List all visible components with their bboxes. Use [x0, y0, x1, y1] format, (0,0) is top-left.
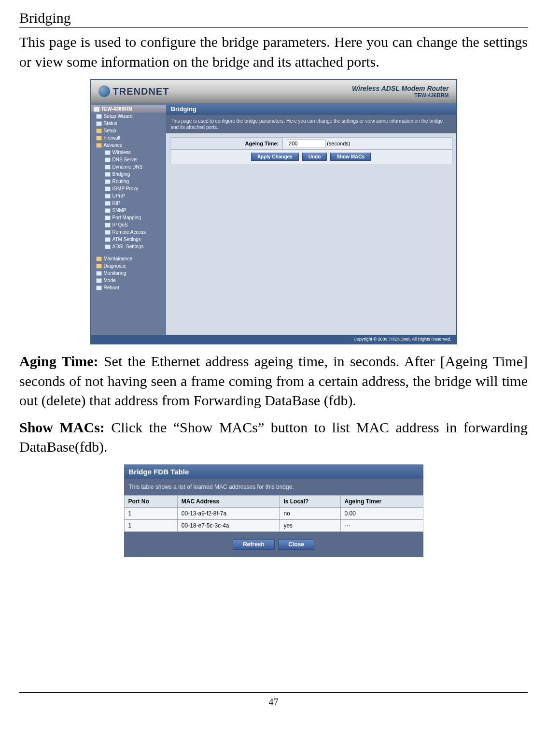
nav-label: Setup Wizard — [104, 114, 133, 119]
nav-maintainance[interactable]: Maintainance — [91, 255, 166, 262]
nav-wireless[interactable]: Wireless — [91, 149, 166, 156]
fdb-table: Port No MAC Address Is Local? Ageing Tim… — [124, 495, 423, 532]
page-icon — [96, 121, 102, 126]
nav-label: Monitoring — [104, 271, 126, 276]
nav-dynamic-dns[interactable]: Dynamic DNS — [91, 163, 166, 171]
nav-label: Maintainance — [104, 256, 132, 261]
nav-label: Wireless — [112, 150, 131, 155]
apply-changes-button[interactable]: Apply Changes — [251, 153, 299, 161]
nav-atm-settings[interactable]: ATM Settings — [91, 236, 166, 243]
nav-rip[interactable]: RIP — [91, 200, 166, 207]
cell-mac: 00-13-a9-f2-8f-7a — [177, 507, 280, 519]
ageing-time-input[interactable] — [287, 140, 325, 147]
nav-label: Remote Access — [112, 229, 146, 235]
router-screenshot: TRENDNET Wireless ADSL Modem Router TEW-… — [90, 79, 457, 344]
nav-status[interactable]: Status — [91, 120, 166, 127]
nav-label: SNMP — [112, 208, 126, 213]
ageing-time-cell: (seconds) — [283, 138, 452, 150]
fdb-title: Bridge FDB Table — [124, 464, 423, 479]
nav-diagnostic[interactable]: Diagnostic — [91, 262, 166, 270]
nav-mode[interactable]: Mode — [91, 277, 166, 284]
nav-label: Status — [104, 121, 117, 126]
nav-ip-qos[interactable]: IP QoS — [91, 221, 166, 228]
page-icon — [96, 271, 102, 276]
page-icon — [105, 208, 111, 213]
folder-icon — [96, 264, 102, 269]
nav-label: Advance — [104, 143, 123, 148]
close-button[interactable]: Close — [278, 539, 314, 550]
page-icon — [105, 157, 111, 162]
product-title: Wireless ADSL Modem Router TEW-436BRM — [352, 85, 449, 98]
nav-remote-access[interactable]: Remote Access — [91, 228, 166, 236]
page-icon — [96, 285, 102, 290]
nav-monitoring[interactable]: Monitoring — [91, 270, 166, 277]
nav-advance[interactable]: Advance — [91, 142, 166, 149]
cell-mac: 00-18-e7-5c-3c-4a — [177, 519, 280, 531]
col-is-local: Is Local? — [280, 495, 340, 507]
copyright-footer: Copyright © 2009 TRENDnet. All Rights Re… — [91, 335, 456, 343]
nav-label: UPnP — [112, 193, 125, 199]
col-ageing-timer: Ageing Timer — [340, 495, 423, 507]
nav-label: RIP — [112, 200, 121, 206]
cell-local: yes — [280, 519, 340, 531]
table-row: 1 00-13-a9-f2-8f-7a no 0.00 — [124, 507, 423, 519]
page-icon — [105, 201, 111, 206]
content-area: Bridging This page is used to configure … — [166, 103, 456, 335]
nav-bridging[interactable]: Bridging — [91, 171, 166, 178]
nav-upnp[interactable]: UPnP — [91, 192, 166, 200]
router-header: TRENDNET Wireless ADSL Modem Router TEW-… — [91, 80, 456, 103]
cell-timer: 0.00 — [340, 507, 423, 519]
nav-label: DNS Server — [112, 157, 138, 162]
nav-port-mapping[interactable]: Port Mapping — [91, 214, 166, 221]
page-icon — [105, 194, 111, 199]
nav-label: Dynamic DNS — [112, 164, 143, 170]
page-icon — [96, 114, 102, 119]
product-model: TEW-436BRM — [352, 92, 449, 98]
nav-reboot[interactable]: Reboot — [91, 284, 166, 291]
folder-icon — [96, 257, 102, 261]
fdb-desc: This table shows a list of learned MAC a… — [124, 479, 423, 495]
sidebar: TEW-436BRM Setup Wizard Status Setup Fir… — [91, 103, 166, 335]
cell-timer: --- — [340, 519, 423, 531]
col-port-no: Port No — [124, 495, 177, 507]
page-icon — [105, 150, 111, 155]
undo-button[interactable]: Undo — [302, 153, 327, 161]
page-number: 47 — [19, 692, 528, 708]
aging-time-label: Aging Time: — [19, 353, 98, 369]
router-body: TEW-436BRM Setup Wizard Status Setup Fir… — [91, 103, 456, 335]
nav-root[interactable]: TEW-436BRM — [91, 105, 166, 113]
page-icon — [105, 237, 111, 242]
nav-setup-wizard[interactable]: Setup Wizard — [91, 113, 166, 120]
intro-paragraph: This page is used to configure the bridg… — [19, 32, 528, 71]
nav-label: Reboot — [104, 285, 119, 290]
page-icon — [105, 165, 111, 170]
folder-icon — [96, 136, 102, 141]
nav-label: Port Mapping — [112, 215, 141, 220]
fdb-buttons: Refresh Close — [124, 532, 423, 557]
nav-label: IGMP Proxy — [112, 186, 139, 191]
nav-adsl-settings[interactable]: ADSL Settings — [91, 243, 166, 250]
nav-dns-server[interactable]: DNS Server — [91, 156, 166, 163]
nav-tree: TEW-436BRM Setup Wizard Status Setup Fir… — [91, 105, 166, 291]
page-icon — [105, 223, 111, 228]
nav-label: Routing — [112, 179, 129, 184]
page-icon — [105, 172, 111, 177]
page-icon — [105, 215, 111, 220]
fdb-screenshot: Bridge FDB Table This table shows a list… — [124, 464, 423, 557]
page-icon — [105, 244, 111, 249]
nav-setup[interactable]: Setup — [91, 127, 166, 134]
form-table: Ageing Time: (seconds) Apply Changes Und… — [170, 137, 452, 164]
nav-label: Firewall — [104, 135, 120, 141]
nav-routing[interactable]: Routing — [91, 178, 166, 185]
folder-icon — [96, 128, 102, 133]
nav-snmp[interactable]: SNMP — [91, 207, 166, 214]
refresh-button[interactable]: Refresh — [233, 539, 275, 550]
show-macs-button[interactable]: Show MACs — [330, 153, 371, 161]
page-icon — [105, 230, 111, 235]
product-main: Wireless ADSL Modem Router — [352, 85, 449, 92]
nav-igmp-proxy[interactable]: IGMP Proxy — [91, 185, 166, 192]
nav-firewall[interactable]: Firewall — [91, 134, 166, 142]
page-icon — [96, 278, 102, 283]
cell-port: 1 — [124, 519, 177, 531]
nav-label: Bridging — [112, 171, 130, 177]
